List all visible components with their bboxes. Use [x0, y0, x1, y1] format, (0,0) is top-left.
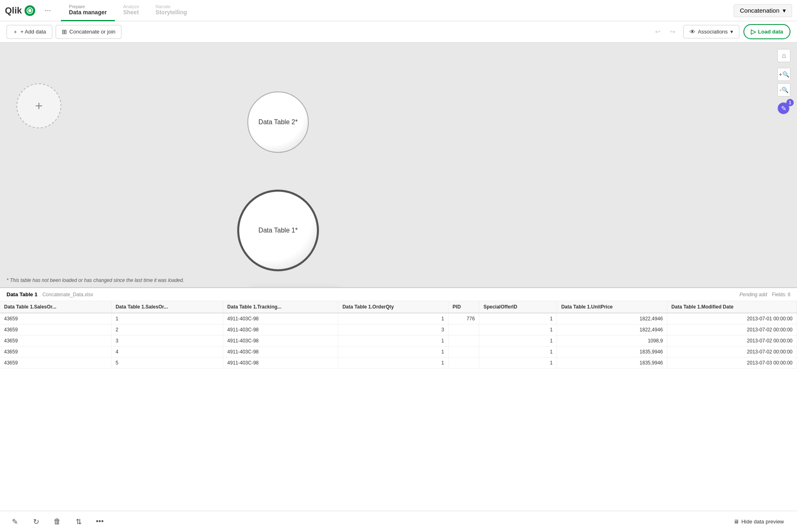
canvas-area: + Data Table 2* Data Table 1* ⌂ +🔍 -🔍 ✎ …	[0, 42, 797, 288]
cell-r4-c5: 1	[479, 358, 557, 369]
data-preview-header: Data Table 1 Concatenate_Data.xlsx Pendi…	[0, 288, 797, 301]
col-header-0[interactable]: Data Table 1.SalesOr...	[0, 301, 111, 313]
cell-r1-c4	[448, 324, 479, 335]
cell-r1-c1: 2	[111, 324, 223, 335]
edit-icon-button[interactable]: ✎	[8, 515, 21, 528]
cell-r2-c4	[448, 335, 479, 346]
cell-r3-c1: 4	[111, 346, 223, 358]
col-header-3[interactable]: Data Table 1.OrderQty	[338, 301, 448, 313]
notification-badge: 1	[786, 99, 794, 106]
filter-icon-button[interactable]: ⇅	[72, 515, 85, 528]
col-header-6[interactable]: Data Table 1.UnitPrice	[557, 301, 667, 313]
cell-r3-c0: 43659	[0, 346, 111, 358]
cell-r3-c4	[448, 346, 479, 358]
cell-r2-c6: 1098,9	[557, 335, 667, 346]
cell-r0-c0: 43659	[0, 313, 111, 324]
col-header-5[interactable]: SpecialOfferID	[479, 301, 557, 313]
cell-r2-c3: 1	[338, 335, 448, 346]
cell-r0-c4: 776	[448, 313, 479, 324]
cell-r3-c5: 1	[479, 346, 557, 358]
cell-r0-c2: 4911-403C-98	[223, 313, 338, 324]
undo-button[interactable]: ↩	[651, 25, 665, 38]
cell-r2-c7: 2013-07-02 00:00:00	[667, 335, 797, 346]
cell-r3-c3: 1	[338, 346, 448, 358]
data-preview-panel: Data Table 1 Concatenate_Data.xlsx Pendi…	[0, 288, 797, 532]
concatenation-dropdown[interactable]: Concatenation ▾	[734, 4, 792, 17]
toolbar-right: ↩ ↪ 👁 Associations ▾ ▷ Load data	[651, 24, 790, 39]
bottom-bar: ✎ ↻ 🗑 ⇅ ••• 🖥 Hide data preview	[0, 511, 797, 532]
tab-analyze[interactable]: Analyze Sheet	[115, 0, 147, 21]
cell-r0-c5: 1	[479, 313, 557, 324]
cell-r4-c4	[448, 358, 479, 369]
table-row: 4365924911-403C-98311822,49462013-07-02 …	[0, 324, 797, 335]
cell-r2-c1: 3	[111, 335, 223, 346]
cell-r3-c7: 2013-07-02 00:00:00	[667, 346, 797, 358]
table-row: 4365934911-403C-98111098,92013-07-02 00:…	[0, 335, 797, 346]
cell-r3-c6: 1835,9946	[557, 346, 667, 358]
add-data-button[interactable]: ＋ + Add data	[7, 25, 52, 39]
cell-r4-c2: 4911-403C-98	[223, 358, 338, 369]
col-header-4[interactable]: PID	[448, 301, 479, 313]
data-table: Data Table 1.SalesOr... Data Table 1.Sal…	[0, 301, 797, 369]
undo-redo-group: ↩ ↪	[651, 25, 679, 38]
data-table-container[interactable]: Data Table 1.SalesOr... Data Table 1.Sal…	[0, 301, 797, 532]
asterisk-note: * This table has not been loaded or has …	[7, 277, 184, 283]
cell-r4-c1: 5	[111, 358, 223, 369]
table-row: 4365944911-403C-98111835,99462013-07-02 …	[0, 346, 797, 358]
cell-r2-c2: 4911-403C-98	[223, 335, 338, 346]
hide-data-preview-button[interactable]: 🖥 Hide data preview	[729, 516, 789, 527]
table-row: 4365914911-403C-98177611822,49462013-07-…	[0, 313, 797, 324]
bottom-action-icons: ✎ ↻ 🗑 ⇅ •••	[8, 515, 106, 528]
refresh-icon-button[interactable]: ↻	[29, 515, 43, 528]
col-header-2[interactable]: Data Table 1.Tracking...	[223, 301, 338, 313]
home-button[interactable]: ⌂	[777, 49, 790, 62]
add-data-circle[interactable]: +	[16, 83, 61, 128]
cell-r0-c1: 1	[111, 313, 223, 324]
qlik-logo-mark	[25, 5, 35, 16]
concatenate-join-button[interactable]: ⊞ Concatenate or join	[56, 25, 122, 39]
cell-r2-c5: 1	[479, 335, 557, 346]
tab-narrate[interactable]: Narrate Storytelling	[147, 0, 195, 21]
delete-icon-button[interactable]: 🗑	[51, 515, 64, 528]
canvas-tools: ⌂ +🔍 -🔍 ✎ 1	[777, 49, 790, 114]
chevron-down-icon: ▾	[730, 29, 733, 35]
eye-icon: 👁	[689, 28, 696, 35]
qlik-logo: Qlik	[5, 5, 35, 16]
monitor-icon: 🖥	[734, 519, 739, 525]
more-options-button[interactable]: ···	[42, 4, 54, 16]
cell-r4-c7: 2013-07-03 00:00:00	[667, 358, 797, 369]
cell-r1-c6: 1822,4946	[557, 324, 667, 335]
cell-r3-c2: 4911-403C-98	[223, 346, 338, 358]
cell-r1-c0: 43659	[0, 324, 111, 335]
table-header-row: Data Table 1.SalesOr... Data Table 1.Sal…	[0, 301, 797, 313]
tab-prepare[interactable]: Prepare Data manager	[61, 0, 115, 21]
cell-r0-c3: 1	[338, 313, 448, 324]
zoom-in-button[interactable]: +🔍	[777, 68, 790, 81]
cell-r2-c0: 43659	[0, 335, 111, 346]
col-header-1[interactable]: Data Table 1.SalesOr...	[111, 301, 223, 313]
cell-r4-c6: 1835,9946	[557, 358, 667, 369]
col-header-7[interactable]: Data Table 1.Modified Date	[667, 301, 797, 313]
more-icon-button[interactable]: •••	[93, 515, 106, 528]
zoom-out-button[interactable]: -🔍	[777, 83, 790, 96]
cell-r4-c0: 43659	[0, 358, 111, 369]
cell-r1-c2: 4911-403C-98	[223, 324, 338, 335]
table1-node[interactable]: Data Table 1*	[237, 190, 319, 271]
table2-node[interactable]: Data Table 2*	[247, 92, 309, 153]
toolbar: ＋ + Add data ⊞ Concatenate or join ↩ ↪ 👁…	[0, 21, 797, 42]
top-navigation: Qlik ··· Prepare Data manager Analyze Sh…	[0, 0, 797, 21]
qlik-text: Qlik	[5, 5, 22, 16]
add-icon: +	[35, 98, 43, 114]
plus-icon: ＋	[13, 28, 18, 36]
cell-r0-c7: 2013-07-01 00:00:00	[667, 313, 797, 324]
associations-button[interactable]: 👁 Associations ▾	[683, 25, 739, 38]
load-data-button[interactable]: ▷ Load data	[743, 24, 790, 39]
redo-button[interactable]: ↪	[666, 25, 679, 38]
cell-r1-c7: 2013-07-02 00:00:00	[667, 324, 797, 335]
cell-r1-c3: 3	[338, 324, 448, 335]
cell-r0-c6: 1822,4946	[557, 313, 667, 324]
cell-r1-c5: 1	[479, 324, 557, 335]
concat-icon: ⊞	[62, 28, 67, 36]
cell-r4-c3: 1	[338, 358, 448, 369]
table-row: 4365954911-403C-98111835,99462013-07-03 …	[0, 358, 797, 369]
